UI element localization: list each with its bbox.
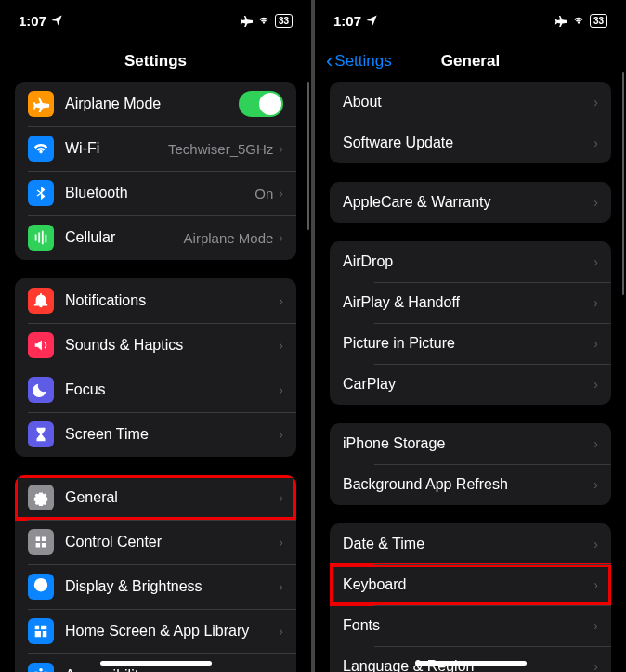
accessibility-icon — [28, 663, 54, 672]
chevron-right-icon: › — [593, 95, 598, 110]
chevron-right-icon: › — [279, 186, 283, 200]
row-label: AirPlay & Handoff — [343, 294, 593, 311]
row-label: Keyboard — [343, 576, 593, 593]
row-general[interactable]: General› — [15, 475, 296, 520]
chevron-right-icon: › — [279, 230, 283, 245]
row-software-update[interactable]: Software Update› — [330, 123, 611, 163]
row-sounds-haptics[interactable]: Sounds & Haptics› — [15, 323, 296, 368]
row-label: Home Screen & App Library — [65, 623, 279, 640]
back-button[interactable]: ‹ Settings — [326, 51, 392, 71]
location-arrow-icon — [50, 14, 63, 27]
row-display-brightness[interactable]: Display & Brightness› — [15, 564, 296, 609]
settings-group: AppleCare & Warranty› — [330, 182, 611, 223]
row-home-screen-app-library[interactable]: Home Screen & App Library› — [15, 609, 296, 653]
row-fonts[interactable]: Fonts› — [330, 605, 611, 646]
wifi-status-icon — [571, 15, 586, 26]
row-airplay-handoff[interactable]: AirPlay & Handoff› — [330, 282, 611, 323]
chevron-right-icon: › — [593, 336, 598, 351]
row-value: On — [254, 186, 273, 201]
row-applecare-warranty[interactable]: AppleCare & Warranty› — [330, 182, 611, 223]
row-screen-time[interactable]: Screen Time› — [15, 412, 296, 457]
general-list[interactable]: About›Software Update›AppleCare & Warran… — [315, 82, 626, 672]
row-airplane-mode[interactable]: Airplane Mode — [15, 82, 296, 126]
nav-header: Settings — [0, 41, 311, 82]
chevron-left-icon: ‹ — [326, 51, 333, 71]
chevron-right-icon: › — [279, 535, 283, 549]
row-date-time[interactable]: Date & Time› — [330, 523, 611, 564]
settings-group: General›Control Center›Display & Brightn… — [15, 475, 296, 672]
row-about[interactable]: About› — [330, 82, 611, 123]
chevron-right-icon: › — [593, 436, 598, 451]
chevron-right-icon: › — [593, 136, 598, 150]
control-icon — [28, 529, 54, 555]
wifi-icon — [28, 136, 54, 162]
settings-group: Notifications›Sounds & Haptics›Focus›Scr… — [15, 278, 296, 457]
row-label: About — [343, 94, 593, 110]
row-bluetooth[interactable]: BluetoothOn› — [15, 171, 296, 215]
row-label: Date & Time — [343, 536, 593, 552]
settings-group: Airplane ModeWi-FiTechwiser_5GHz›Bluetoo… — [15, 82, 296, 260]
chevron-right-icon: › — [279, 668, 283, 672]
status-bar: 1:07 33 — [315, 0, 626, 41]
scroll-indicator — [307, 82, 309, 230]
settings-group: AirDrop›AirPlay & Handoff›Picture in Pic… — [330, 241, 611, 405]
home-indicator[interactable] — [100, 661, 212, 666]
status-time: 1:07 — [333, 13, 361, 29]
bluetooth-icon — [28, 180, 54, 206]
row-keyboard[interactable]: Keyboard› — [330, 564, 611, 605]
battery-level: 33 — [590, 14, 607, 28]
row-focus[interactable]: Focus› — [15, 368, 296, 412]
row-picture-in-picture[interactable]: Picture in Picture› — [330, 323, 611, 364]
chevron-right-icon: › — [279, 624, 283, 639]
row-label: Control Center — [65, 534, 279, 550]
cellular-icon — [28, 225, 54, 251]
home-indicator[interactable] — [415, 661, 527, 666]
row-airdrop[interactable]: AirDrop› — [330, 241, 611, 282]
settings-list[interactable]: Airplane ModeWi-FiTechwiser_5GHz›Bluetoo… — [0, 82, 311, 672]
home-icon — [28, 618, 54, 644]
airplane-mode-icon — [240, 14, 253, 27]
gear-icon — [28, 485, 54, 510]
chevron-right-icon: › — [279, 579, 283, 594]
airplane-mode-icon — [554, 14, 567, 27]
row-notifications[interactable]: Notifications› — [15, 278, 296, 323]
chevron-right-icon: › — [593, 195, 598, 210]
status-bar: 1:07 33 — [0, 0, 311, 41]
row-label: Airplane Mode — [65, 96, 239, 112]
chevron-right-icon: › — [279, 338, 283, 353]
row-label: Background App Refresh — [343, 476, 593, 493]
chevron-right-icon: › — [279, 141, 283, 156]
hourglass-icon — [28, 421, 54, 447]
row-iphone-storage[interactable]: iPhone Storage› — [330, 423, 611, 464]
scroll-indicator — [622, 72, 624, 295]
row-label: AppleCare & Warranty — [343, 194, 593, 211]
settings-screen: 1:07 33 Settings Airplane ModeWi-FiTechw… — [0, 0, 311, 672]
status-time: 1:07 — [19, 13, 46, 29]
location-arrow-icon — [365, 14, 378, 27]
chevron-right-icon: › — [593, 254, 598, 269]
row-label: Sounds & Haptics — [65, 337, 279, 354]
battery-level: 33 — [275, 14, 293, 28]
row-language-region[interactable]: Language & Region› — [330, 646, 611, 672]
row-carplay[interactable]: CarPlay› — [330, 364, 611, 405]
toggle-switch[interactable] — [239, 91, 283, 117]
row-control-center[interactable]: Control Center› — [15, 520, 296, 564]
row-value: Airplane Mode — [184, 230, 274, 246]
chevron-right-icon: › — [593, 659, 598, 672]
page-title: Settings — [124, 52, 187, 71]
settings-group: iPhone Storage›Background App Refresh› — [330, 423, 611, 505]
page-title: General — [441, 52, 500, 71]
row-background-app-refresh[interactable]: Background App Refresh› — [330, 464, 611, 505]
row-cellular[interactable]: CellularAirplane Mode› — [15, 215, 296, 260]
chevron-right-icon: › — [279, 427, 283, 442]
chevron-right-icon: › — [593, 577, 598, 592]
row-label: iPhone Storage — [343, 435, 593, 452]
row-wi-fi[interactable]: Wi-FiTechwiser_5GHz› — [15, 126, 296, 171]
bell-icon — [28, 288, 54, 314]
row-label: Wi-Fi — [65, 140, 168, 157]
speaker-icon — [28, 332, 54, 358]
row-label: Display & Brightness — [65, 578, 279, 595]
chevron-right-icon: › — [593, 477, 598, 492]
general-screen: 1:07 33 ‹ Settings General About›Softwar… — [315, 0, 626, 672]
row-label: Accessibility — [65, 667, 279, 672]
